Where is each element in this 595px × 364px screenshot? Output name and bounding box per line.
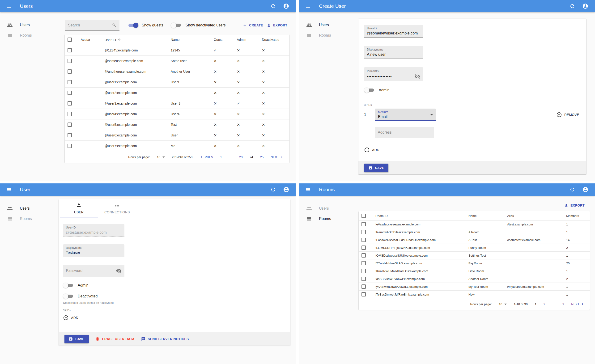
remove-3pid-button[interactable]: REMOVE: [556, 112, 579, 118]
save-button[interactable]: SAVE: [364, 164, 388, 172]
menu-icon[interactable]: [6, 187, 12, 192]
row-checkbox[interactable]: [68, 133, 72, 137]
sidebar-item-users[interactable]: Users: [299, 20, 360, 30]
account-icon[interactable]: [283, 187, 289, 193]
show-deactivated-switch[interactable]: [171, 22, 182, 28]
row-checkbox[interactable]: [68, 123, 72, 127]
table-row[interactable]: !ykAStwxasdwsKkxGILL:example.comMy Test …: [359, 283, 590, 291]
row-checkbox[interactable]: [361, 245, 366, 250]
row-checkbox[interactable]: [361, 292, 366, 296]
page-button-25[interactable]: 25: [260, 155, 263, 159]
table-row[interactable]: @user3:example.comUser 3✕✓✕: [65, 98, 290, 109]
table-row[interactable]: !lasmnwASmDllasi:example.comA Room1: [359, 228, 590, 236]
password-field[interactable]: Password ••••••••••••••••: [364, 67, 423, 81]
user-id-field[interactable]: User-ID @somenewuser:example.com: [364, 25, 423, 37]
erase-user-data-button[interactable]: ERASE USER DATA: [95, 337, 135, 341]
export-button[interactable]: EXPORT: [265, 22, 289, 29]
sidebar-item-users[interactable]: Users: [0, 203, 60, 214]
account-icon[interactable]: [582, 187, 588, 193]
row-checkbox[interactable]: [361, 269, 366, 273]
account-icon[interactable]: [283, 3, 289, 9]
password-field[interactable]: Password: [63, 265, 124, 277]
row-checkbox[interactable]: [68, 48, 72, 52]
export-button[interactable]: EXPORT: [562, 202, 587, 209]
page-button-1[interactable]: 1: [220, 155, 222, 159]
row-checkbox[interactable]: [361, 222, 366, 226]
sidebar-item-users[interactable]: Users: [0, 20, 60, 30]
sidebar-item-rooms[interactable]: Rooms: [299, 30, 360, 41]
visibility-off-icon[interactable]: [116, 268, 122, 273]
table-row[interactable]: !KuasNWEMasdHasLOs:example.comLittle Roo…: [359, 267, 590, 275]
account-icon[interactable]: [582, 3, 588, 9]
visibility-off-icon[interactable]: [415, 74, 420, 79]
prev-page-button[interactable]: PREV: [199, 155, 213, 159]
medium-select[interactable]: Medium Email: [375, 109, 436, 121]
sidebar-item-rooms[interactable]: Rooms: [299, 214, 360, 224]
menu-icon[interactable]: [305, 3, 311, 9]
deactivated-switch[interactable]: [63, 294, 74, 299]
table-row[interactable]: !OMSDsdweassllUUjjwe:example.comSettings…: [359, 252, 590, 259]
row-checkbox[interactable]: [68, 101, 72, 105]
row-checkbox[interactable]: [68, 80, 72, 84]
row-checkbox[interactable]: [361, 230, 366, 234]
table-row[interactable]: @user1:example.comUser1✕✕✕: [65, 77, 290, 88]
save-button[interactable]: SAVE: [64, 335, 89, 343]
menu-icon[interactable]: [6, 3, 12, 9]
table-row[interactable]: @user5:example.comTest✕✕✕: [65, 119, 290, 130]
address-field[interactable]: Address: [375, 127, 434, 138]
add-3pid-button[interactable]: ADD: [63, 315, 78, 321]
refresh-icon[interactable]: [270, 187, 276, 192]
row-checkbox[interactable]: [68, 144, 72, 148]
tab-user[interactable]: USER: [60, 199, 98, 217]
admin-switch[interactable]: [63, 283, 74, 288]
page-button-23[interactable]: 23: [239, 155, 242, 159]
create-button[interactable]: CREATE: [241, 22, 265, 29]
page-button-2[interactable]: 2: [544, 302, 545, 306]
select-all-checkbox[interactable]: [361, 214, 366, 218]
row-checkbox[interactable]: [68, 59, 72, 63]
send-server-notices-button[interactable]: SEND SERVER NOTICES: [141, 337, 189, 341]
row-checkbox[interactable]: [361, 277, 366, 281]
displayname-field[interactable]: Displayname A new user: [364, 46, 423, 59]
row-checkbox[interactable]: [68, 112, 72, 116]
displayname-field[interactable]: Displayname Testuser: [63, 244, 124, 257]
table-row[interactable]: @12345:example.com12345✓✕✕: [65, 45, 290, 56]
show-guests-switch[interactable]: [127, 22, 138, 28]
row-checkbox[interactable]: [361, 261, 366, 265]
column-header-user-id[interactable]: User-ID: [102, 35, 168, 45]
next-page-button[interactable]: NEXT: [271, 155, 284, 159]
admin-switch[interactable]: [364, 87, 375, 93]
select-all-checkbox[interactable]: [68, 37, 72, 42]
refresh-icon[interactable]: [569, 3, 575, 9]
rows-per-page-select[interactable]: 10: [157, 155, 165, 159]
row-checkbox[interactable]: [361, 284, 366, 289]
sidebar-item-rooms[interactable]: Rooms: [0, 30, 60, 41]
row-checkbox[interactable]: [68, 70, 72, 74]
tab-connections[interactable]: CONNECTIONS: [98, 199, 136, 217]
table-row[interactable]: !FasdweDssccaGLdsFRddsOl:example.comA Te…: [359, 236, 590, 244]
search-input[interactable]: [68, 23, 112, 27]
table-row[interactable]: !TTnlslkHHweOLAD:example.comBig Room20: [359, 259, 590, 267]
refresh-icon[interactable]: [270, 3, 276, 9]
row-checkbox[interactable]: [361, 238, 366, 242]
sidebar-item-rooms[interactable]: Rooms: [0, 214, 60, 224]
table-row[interactable]: @user6:example.comUser✕✕✕: [65, 130, 290, 141]
next-page-button[interactable]: NEXT: [571, 302, 585, 306]
table-row[interactable]: !TyBasDmweIJdfFaeBmk:example.comNew1: [359, 291, 590, 298]
table-row[interactable]: !asSBSlsdWEvaXwPk:example.comAnother Roo…: [359, 275, 590, 283]
refresh-icon[interactable]: [569, 187, 575, 192]
table-row[interactable]: @someuser:example.comSome user✕✕✕: [65, 56, 290, 66]
table-row[interactable]: @user2:example.com✕✕✕: [65, 88, 290, 98]
menu-icon[interactable]: [305, 187, 311, 192]
add-3pid-button[interactable]: ADD: [364, 147, 379, 153]
table-row[interactable]: @user4:example.comUser4✕✕✕: [65, 109, 290, 119]
page-button-9[interactable]: 9: [562, 302, 564, 306]
table-row[interactable]: !LLIMSSNHrhRjsdWNXsd:example.comFunny Ro…: [359, 244, 590, 252]
row-checkbox[interactable]: [361, 253, 366, 258]
table-row[interactable]: @user7:example.comMe✕✕✕: [65, 141, 290, 151]
page-button-current[interactable]: 24: [250, 155, 253, 159]
row-checkbox[interactable]: [68, 91, 72, 95]
rows-per-page-select[interactable]: 10: [499, 302, 507, 306]
page-button-current[interactable]: 1: [535, 302, 537, 306]
sidebar-item-users[interactable]: Users: [299, 203, 360, 214]
